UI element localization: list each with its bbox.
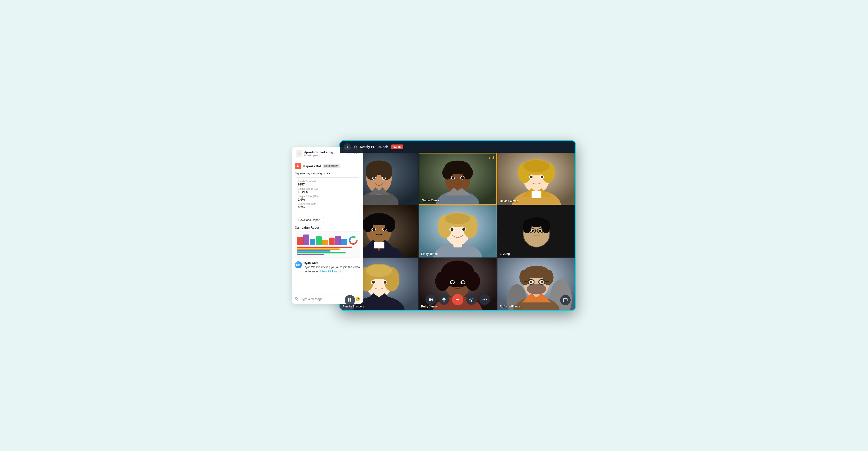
message-text: Ryan West is inviting you all to join th… bbox=[304, 265, 360, 274]
svg-point-146 bbox=[486, 299, 487, 300]
svg-point-143 bbox=[472, 299, 472, 299]
back-button[interactable]: ‹ bbox=[344, 143, 351, 150]
svg-point-141 bbox=[470, 298, 473, 302]
svg-rect-5 bbox=[298, 166, 298, 167]
svg-rect-138 bbox=[443, 298, 445, 300]
stat-unique-opens: Unique Opens (500) 15.21% bbox=[298, 188, 357, 194]
emoji-icon[interactable]: 😊 bbox=[355, 297, 360, 301]
stat-unique-clicks: Unique Clicks (188) 1.9% bbox=[298, 195, 357, 201]
svg-rect-0 bbox=[298, 154, 298, 155]
svg-point-22 bbox=[383, 177, 385, 179]
person-video-lijung bbox=[497, 205, 575, 257]
participant-name-rufus: Rufus Williams bbox=[500, 305, 520, 308]
svg-rect-46 bbox=[532, 191, 541, 198]
svg-point-95 bbox=[366, 265, 392, 277]
svg-rect-133 bbox=[348, 298, 349, 300]
emoji-button[interactable] bbox=[466, 294, 476, 305]
svg-rect-4 bbox=[297, 166, 297, 167]
svg-point-86 bbox=[539, 230, 541, 232]
svg-point-144 bbox=[483, 299, 484, 300]
participant-cell-quinn: Quinn Rivers bbox=[418, 153, 497, 205]
svg-point-41 bbox=[523, 160, 550, 172]
svg-point-106 bbox=[465, 271, 480, 291]
svg-point-99 bbox=[383, 281, 386, 283]
stat-click-open-rate: Clicks/Open Rate 0.2% bbox=[298, 203, 357, 209]
svg-point-120 bbox=[527, 283, 546, 294]
person-video-quinn bbox=[419, 153, 496, 204]
svg-point-105 bbox=[435, 271, 450, 291]
person-video-olivia bbox=[497, 153, 575, 205]
stat-emails-delivered: Emails Delivered 9857 bbox=[298, 180, 357, 186]
svg-line-128 bbox=[545, 281, 549, 282]
svg-rect-7 bbox=[299, 165, 299, 167]
svg-point-123 bbox=[543, 270, 553, 285]
participants-count: 8 participants bbox=[304, 154, 333, 157]
svg-rect-137 bbox=[429, 298, 431, 301]
stat-value-opens: 15.21% bbox=[298, 190, 357, 194]
bot-description: Big sale day campaign stats: bbox=[295, 172, 360, 175]
svg-point-112 bbox=[451, 281, 454, 283]
bot-header: Reports Bot SCHEDULER bbox=[295, 163, 360, 169]
svg-point-122 bbox=[519, 270, 530, 285]
user-message: RW Ryan West Ryan West is inviting you a… bbox=[295, 261, 360, 274]
svg-point-79 bbox=[541, 220, 550, 234]
chat-button[interactable] bbox=[560, 295, 570, 305]
svg-line-127 bbox=[524, 281, 528, 282]
video-grid: 👑You bbox=[340, 153, 575, 310]
chat-panel: #product-marketing 8 participants bbox=[292, 147, 363, 304]
video-header: ‹ ⚙ Notely PR Launch 03:45 bbox=[340, 141, 575, 153]
campaign-section: Campaign Report bbox=[295, 226, 360, 258]
svg-point-11 bbox=[351, 239, 355, 242]
participant-name-quinn: Quinn Rivers bbox=[422, 199, 439, 202]
campaign-title: Campaign Report bbox=[295, 226, 360, 229]
more-options-button[interactable] bbox=[479, 294, 490, 305]
meeting-timer: 03:45 bbox=[391, 145, 403, 149]
chat-body: Reports Bot SCHEDULER Big sale day campa… bbox=[292, 160, 363, 294]
svg-point-78 bbox=[523, 220, 532, 234]
svg-point-57 bbox=[383, 228, 386, 231]
svg-point-33 bbox=[461, 177, 464, 179]
meeting-title: Notely PR Launch bbox=[360, 145, 388, 149]
attachment-icon[interactable]: 📎 bbox=[295, 297, 300, 301]
meeting-link[interactable]: Notely PR Launch bbox=[319, 270, 342, 273]
bot-name: Reports Bot bbox=[303, 164, 321, 168]
grid-layout-button[interactable] bbox=[345, 295, 355, 305]
svg-point-113 bbox=[462, 281, 465, 283]
stat-label-clicks: Unique Clicks (188) bbox=[298, 195, 357, 198]
end-call-button[interactable] bbox=[452, 294, 463, 305]
stat-value-rate: 0.2% bbox=[298, 205, 357, 209]
svg-rect-2 bbox=[300, 153, 300, 155]
user-name: Ryan West bbox=[304, 261, 360, 265]
svg-rect-136 bbox=[350, 300, 351, 302]
svg-point-131 bbox=[530, 281, 532, 283]
participant-name-lijung: Li Jung bbox=[500, 252, 510, 255]
svg-point-98 bbox=[372, 281, 375, 283]
scheduler-badge: SCHEDULER bbox=[323, 164, 340, 168]
svg-point-67 bbox=[445, 213, 470, 224]
stat-label-emails: Emails Delivered bbox=[298, 180, 357, 183]
camera-toggle-button[interactable] bbox=[426, 294, 436, 305]
svg-rect-1 bbox=[299, 153, 299, 155]
participant-cell-olivia: Olivia Palmer bbox=[497, 153, 575, 205]
stat-label-opens: Unique Opens (500) bbox=[298, 188, 357, 190]
download-report-button[interactable]: Download Report bbox=[295, 217, 324, 223]
participant-cell-lijung: Li Jung bbox=[497, 205, 575, 257]
message-content: Ryan West Ryan West is inviting you all … bbox=[304, 261, 360, 274]
svg-point-21 bbox=[373, 177, 375, 179]
user-avatar: RW bbox=[295, 261, 302, 268]
svg-rect-135 bbox=[348, 300, 349, 302]
bot-message: Reports Bot SCHEDULER Big sale day campa… bbox=[295, 163, 360, 258]
svg-point-109 bbox=[453, 265, 462, 275]
mic-toggle-button[interactable] bbox=[439, 294, 449, 305]
stat-label-rate: Clicks/Open Rate bbox=[298, 203, 357, 205]
channel-info: #product-marketing 8 participants bbox=[296, 150, 333, 157]
svg-rect-59 bbox=[374, 242, 384, 248]
stat-value-emails: 9857 bbox=[298, 183, 357, 186]
svg-point-18 bbox=[380, 163, 392, 180]
svg-point-85 bbox=[532, 230, 534, 232]
bot-icon bbox=[295, 163, 302, 169]
meeting-settings-icon: ⚙ bbox=[354, 145, 357, 149]
participant-cell-emily: Emily Jones bbox=[418, 205, 497, 257]
svg-point-45 bbox=[541, 176, 543, 178]
svg-point-132 bbox=[541, 281, 543, 283]
